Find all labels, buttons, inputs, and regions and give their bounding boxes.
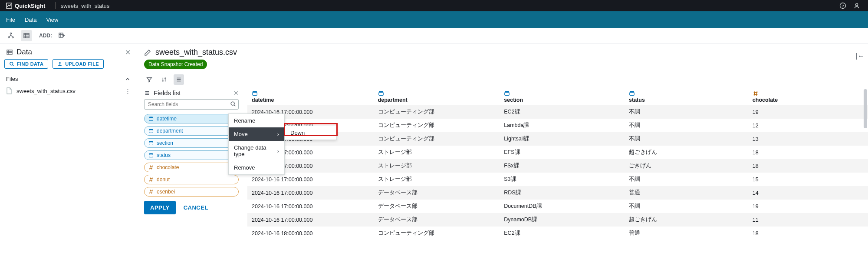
data-panel-title: Data (16, 48, 122, 57)
field-chip-label: section (157, 140, 173, 146)
column-header-section[interactable]: section (500, 88, 625, 105)
table-cell: 12 (748, 119, 868, 132)
edit-name-icon[interactable] (144, 49, 151, 56)
apply-button[interactable]: APPLY (144, 201, 176, 214)
user-icon[interactable] (852, 0, 862, 11)
hash-icon (148, 177, 154, 182)
table-cell: DocumentDB課 (500, 200, 625, 213)
file-name: sweets_with_status.csv (16, 88, 76, 94)
table-row: 2024-10-16 18:00:00.000コンピューティング部EC2課普通1… (247, 227, 868, 240)
filter-icon[interactable] (144, 74, 155, 85)
menu-file[interactable]: File (6, 17, 15, 23)
svg-rect-12 (149, 118, 153, 121)
status-badge: Data Snapshot Created (144, 60, 207, 69)
find-data-button[interactable]: FIND DATA (4, 59, 48, 69)
field-chip-donut[interactable]: donut (144, 175, 239, 184)
vertical-scrollbar[interactable] (863, 88, 867, 270)
column-header-chocolate[interactable]: chocolate (748, 88, 868, 105)
menu-data[interactable]: Data (25, 17, 36, 23)
column-header-status[interactable]: status (625, 88, 748, 105)
svg-rect-13 (149, 130, 153, 133)
file-menu-icon[interactable]: ⋮ (125, 88, 131, 94)
table-view-icon[interactable] (21, 30, 32, 41)
close-data-panel-icon[interactable]: ✕ (125, 48, 131, 57)
fields-panel: Fields list ✕ datetime⋮departmentsection… (137, 88, 243, 270)
field-chip-osenbei[interactable]: osenbei (144, 187, 239, 197)
field-chip-label: datetime (157, 116, 177, 122)
column-header-label: chocolate (753, 97, 778, 103)
upload-file-button[interactable]: UPLOAD FILE (53, 59, 104, 69)
menu-view[interactable]: View (46, 17, 58, 23)
svg-point-4 (10, 33, 11, 34)
main-area: Data ✕ FIND DATA UPLOAD FILE Files sweet… (0, 43, 868, 270)
sort-icon[interactable] (159, 74, 169, 85)
data-table-wrap: datetimedepartmentsectionstatuschocolate… (243, 88, 868, 270)
collapse-content-icon[interactable]: |← (856, 52, 865, 60)
table-cell: コンピューティング部 (374, 132, 500, 146)
upload-file-label: UPLOAD FILE (65, 61, 99, 67)
svg-point-10 (10, 62, 13, 65)
ctx-rename[interactable]: Rename (229, 114, 284, 127)
field-move-submenu: Down (285, 126, 337, 140)
table-cell: データベース部 (374, 213, 500, 227)
cancel-button[interactable]: CANCEL (184, 204, 208, 211)
help-icon[interactable]: ? (838, 0, 848, 11)
svg-point-3 (855, 3, 858, 6)
table-cell: 18 (748, 146, 868, 159)
table-cell: コンピューティング部 (374, 105, 500, 119)
svg-rect-14 (149, 142, 153, 145)
table-cell: 15 (748, 173, 868, 186)
table-cell: EC2課 (500, 227, 625, 240)
search-fields-input[interactable] (144, 99, 239, 110)
column-header-label: datetime (252, 97, 274, 103)
table-row: 2024-10-16 17:00:00.000ストレージ部S3課不調15 (247, 173, 868, 186)
svg-rect-15 (149, 154, 153, 157)
schema-view-icon[interactable] (5, 30, 16, 41)
table-row: 2024-10-16 17:00:00.000データベース部RDS課普通14 (247, 186, 868, 200)
header-divider (55, 2, 56, 9)
field-chip-chocolate[interactable]: chocolate (144, 163, 239, 172)
table-cell: コンピューティング部 (374, 119, 500, 132)
table-cell: 不調 (625, 200, 748, 213)
menu-bar: File Data View (0, 11, 868, 28)
files-section-title: Files (6, 76, 18, 82)
column-header-datetime[interactable]: datetime (247, 88, 374, 105)
column-header-department[interactable]: department (374, 88, 500, 105)
svg-rect-7 (24, 33, 29, 38)
ctx-move-down[interactable]: Down (285, 126, 336, 140)
fields-list-heading-icon (144, 90, 150, 96)
table-cell: 不調 (625, 105, 748, 119)
close-fields-panel-icon[interactable]: ✕ (233, 90, 239, 97)
table-cell: 2024-10-16 17:00:00.000 (247, 186, 374, 200)
table-cell: 不調 (625, 119, 748, 132)
table-cell: Lightsail課 (500, 132, 625, 146)
table-cell: 2024-10-16 18:00:00.000 (247, 227, 374, 240)
table-cell: 普通 (625, 227, 748, 240)
field-chip-datetime[interactable]: datetime⋮ (144, 114, 239, 123)
table-cell: ストレージ部 (374, 173, 500, 186)
date-icon (629, 91, 744, 96)
table-cell: データベース部 (374, 186, 500, 200)
table-cell: 14 (748, 186, 868, 200)
table-row: 2024-10-16 17:00:00.000データベース部DynamoDB課超… (247, 213, 868, 227)
brand-logo-icon (6, 3, 12, 9)
files-collapse-icon[interactable] (125, 76, 131, 82)
table-row: 2024-10-16 17:00:00.000データベース部DocumentDB… (247, 200, 868, 213)
table-cell: 不調 (625, 173, 748, 186)
field-chip-status[interactable]: status (144, 150, 239, 160)
hash-icon (148, 165, 154, 170)
field-chip-section[interactable]: section (144, 138, 239, 148)
ctx-move[interactable]: Move› (229, 127, 284, 141)
ctx-change-data-type[interactable]: Change data type› (229, 141, 284, 161)
ctx-remove[interactable]: Remove (229, 161, 284, 174)
fields-list-icon[interactable] (174, 74, 184, 85)
table-cell: 超ごきげん (625, 146, 748, 159)
add-dataset-icon[interactable] (56, 30, 68, 41)
table-cell: ごきげん (625, 159, 748, 173)
field-chip-department[interactable]: department (144, 126, 239, 136)
table-cell: 19 (748, 200, 868, 213)
svg-rect-9 (7, 50, 12, 54)
svg-rect-8 (59, 33, 63, 37)
file-row[interactable]: sweets_with_status.csv ⋮ (0, 85, 137, 97)
date-icon (148, 140, 154, 146)
